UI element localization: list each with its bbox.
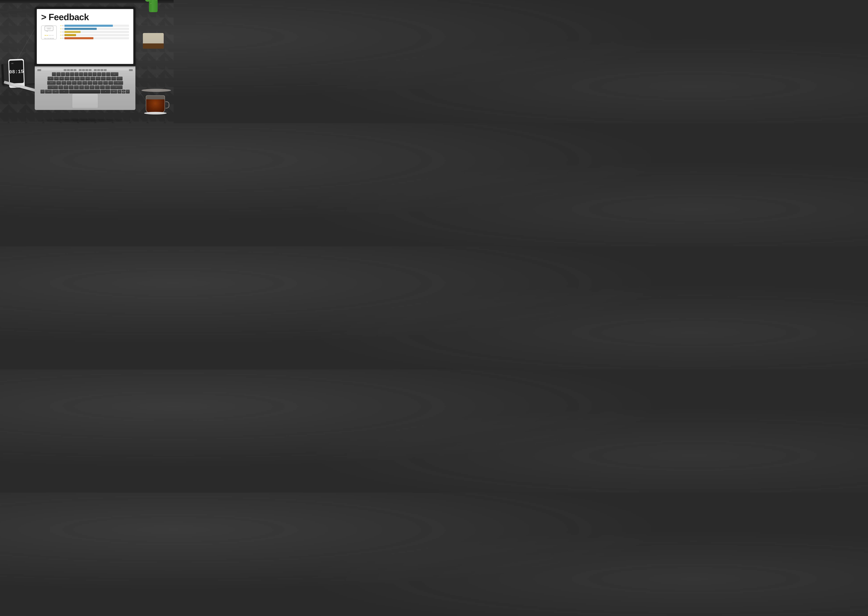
fn-key[interactable]: fn xyxy=(41,90,45,93)
f-key[interactable]: F xyxy=(72,81,77,85)
tab-key[interactable]: tab xyxy=(47,77,54,80)
delete-key[interactable]: delete xyxy=(111,72,118,76)
zxcv-row: shift Z X C V B N M , . / shift xyxy=(36,85,134,89)
2-key[interactable]: 2 xyxy=(61,72,65,76)
bar-num-1: 1 xyxy=(63,37,64,39)
f9-key[interactable] xyxy=(94,69,97,71)
o-key[interactable]: O xyxy=(96,77,100,80)
6-key[interactable]: 6 xyxy=(79,72,83,76)
rating-row-2: ★ 2 xyxy=(60,34,129,36)
d-key[interactable]: D xyxy=(67,81,72,85)
control-key[interactable]: control xyxy=(45,90,52,93)
cup-tea xyxy=(146,99,165,112)
equals-key[interactable]: = xyxy=(106,72,110,76)
semicolon-key[interactable]: ; xyxy=(103,81,108,85)
option-right-key[interactable]: option xyxy=(111,90,117,93)
bar-star-5: ★ xyxy=(60,25,62,27)
comma-key[interactable]: , xyxy=(95,85,100,89)
rbracket-key[interactable]: ] xyxy=(111,77,116,80)
g-key[interactable]: G xyxy=(77,81,82,85)
q-key[interactable]: Q xyxy=(54,77,59,80)
f10-key[interactable] xyxy=(97,69,100,71)
c-key[interactable]: C xyxy=(69,85,74,89)
f5-key[interactable] xyxy=(79,69,81,71)
bar-num-3: 3 xyxy=(63,31,64,33)
bar-track-4 xyxy=(64,28,129,30)
w-key[interactable]: W xyxy=(59,77,64,80)
4-key[interactable]: 4 xyxy=(70,72,74,76)
slash-key[interactable]: / xyxy=(105,85,110,89)
tea-cup xyxy=(143,90,170,115)
star-5: ★ xyxy=(52,35,54,36)
h-key[interactable]: H xyxy=(82,81,87,85)
esc-key[interactable]: esc xyxy=(37,69,41,71)
i-key[interactable]: I xyxy=(91,77,95,80)
quote-key[interactable]: ' xyxy=(108,81,113,85)
3-key[interactable]: 3 xyxy=(66,72,70,76)
chat-line-short xyxy=(47,29,51,29)
l-key[interactable]: L xyxy=(98,81,103,85)
phone-am-label: AM xyxy=(11,63,13,64)
bar-fill-1 xyxy=(64,37,93,39)
k-key[interactable]: K xyxy=(93,81,97,85)
a-key[interactable]: A xyxy=(56,81,61,85)
bottom-row: fn control option ⌘ ⌘ option ◀ ▲ ▼ ▶ xyxy=(36,90,134,93)
y-key[interactable]: Y xyxy=(80,77,85,80)
bar-fill-5 xyxy=(64,25,113,27)
f1-key[interactable] xyxy=(64,69,66,71)
star-rating: ★ ★ ★ ★ ★ xyxy=(44,35,54,36)
tilde-key[interactable]: ~ xyxy=(52,72,56,76)
e-key[interactable]: E xyxy=(64,77,69,80)
laptop-screen-outer: > Feedback ★ ★ ★ ★ ★ xyxy=(35,7,135,66)
v-key[interactable]: V xyxy=(74,85,79,89)
x-key[interactable]: X xyxy=(64,85,68,89)
0-key[interactable]: 0 xyxy=(97,72,101,76)
arrow-down-key[interactable]: ▼ xyxy=(122,92,125,93)
minus-key[interactable]: - xyxy=(102,72,106,76)
shift-right-key[interactable]: shift xyxy=(110,85,122,89)
f8-key[interactable] xyxy=(89,69,91,71)
1-key[interactable]: 1 xyxy=(56,72,61,76)
f6-key[interactable] xyxy=(82,69,85,71)
m-key[interactable]: M xyxy=(89,85,94,89)
laptop: > Feedback ★ ★ ★ ★ ★ xyxy=(35,7,135,110)
space-key[interactable] xyxy=(69,90,100,93)
8-key[interactable]: 8 xyxy=(88,72,92,76)
backslash-key[interactable]: \ xyxy=(116,77,122,80)
lbracket-key[interactable]: [ xyxy=(106,77,111,80)
r-key[interactable]: R xyxy=(70,77,74,80)
n-key[interactable]: N xyxy=(85,85,89,89)
period-key[interactable]: . xyxy=(100,85,105,89)
phone-screen: AM 08:15 xyxy=(9,60,24,83)
t-key[interactable]: T xyxy=(75,77,80,80)
option-left-key[interactable]: option xyxy=(52,90,59,93)
arrow-right-key[interactable]: ▶ xyxy=(126,90,130,93)
j-key[interactable]: J xyxy=(88,81,92,85)
f12-key[interactable] xyxy=(104,69,107,71)
5-key[interactable]: 5 xyxy=(74,72,78,76)
command-right-key[interactable]: ⌘ xyxy=(101,90,110,93)
shift-left-key[interactable]: shift xyxy=(47,85,58,89)
power-key[interactable]: ⏻ xyxy=(129,69,133,71)
f7-key[interactable] xyxy=(85,69,88,71)
bar-track-5 xyxy=(64,25,129,27)
return-key[interactable]: return xyxy=(114,81,123,85)
f2-key[interactable] xyxy=(67,69,70,71)
trackpad[interactable] xyxy=(72,93,98,108)
p-key[interactable]: P xyxy=(101,77,106,80)
f3-key[interactable] xyxy=(70,69,73,71)
z-key[interactable]: Z xyxy=(58,85,63,89)
7-key[interactable]: 7 xyxy=(83,72,88,76)
capslock-key[interactable]: caps lock xyxy=(47,81,56,85)
b-key[interactable]: B xyxy=(79,85,84,89)
arrow-up-key[interactable]: ▲ xyxy=(122,90,125,91)
9-key[interactable]: 9 xyxy=(92,72,97,76)
qwerty-row: tab Q W E R T Y U I O P [ ] \ xyxy=(36,77,134,80)
f11-key[interactable] xyxy=(100,69,103,71)
laptop-screen-bezel: > Feedback ★ ★ ★ ★ ★ xyxy=(36,8,134,64)
command-left-key[interactable]: ⌘ xyxy=(59,90,69,93)
arrow-left-key[interactable]: ◀ xyxy=(118,90,121,93)
f4-key[interactable] xyxy=(74,69,77,71)
u-key[interactable]: U xyxy=(85,77,90,80)
s-key[interactable]: S xyxy=(61,81,66,85)
